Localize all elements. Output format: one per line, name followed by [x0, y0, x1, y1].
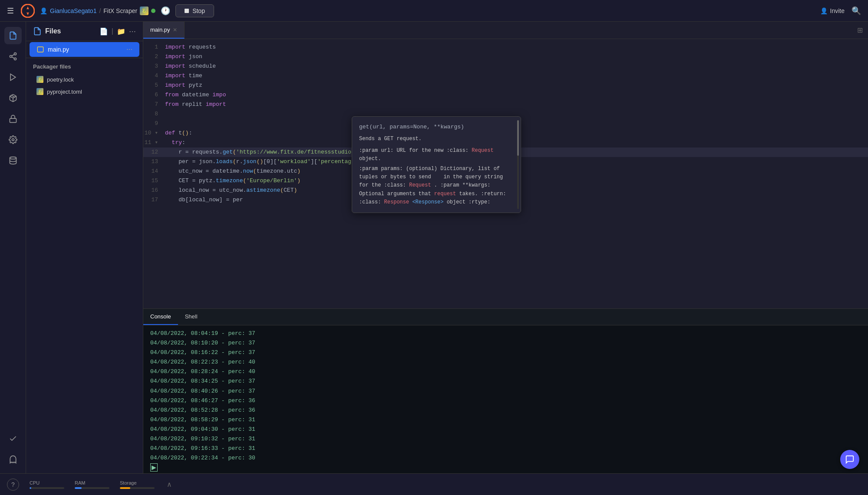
tooltip-body: Sends a GET request. :param url: URL for… [359, 135, 514, 207]
svg-point-3 [10, 56, 12, 58]
ram-resource: RAM [75, 480, 109, 489]
console-tab-shell[interactable]: Shell [178, 309, 205, 325]
sidebar-item-run[interactable] [4, 69, 22, 86]
code-editor[interactable]: 1 import requests 2 import json 3 import… [143, 39, 868, 308]
file-item-main[interactable]: main.py ⋯ [30, 42, 139, 57]
code-line-7: 7 from replit import [143, 100, 868, 109]
code-content-3: import schedule [165, 62, 868, 71]
tooltip-scrollbar[interactable] [517, 120, 519, 209]
tooltip-param-url: :param url: URL for the new :class: Requ… [359, 147, 514, 163]
sidebar-item-database[interactable] [4, 152, 22, 169]
packager-section: Packager files 🐍 poetry.lock 🐍 pyproject… [26, 58, 143, 101]
breadcrumb: 👤 GianlucaSegato1 / FitX Scraper 🐍 [40, 7, 155, 15]
app-logo[interactable] [21, 4, 35, 18]
line-num-4: 4 [143, 71, 165, 81]
topnav-right: 👤 Invite 🔍 [820, 6, 861, 16]
history-button[interactable]: 🕐 [161, 6, 170, 16]
line-num-15: 15 [143, 176, 165, 186]
code-line-3: 3 import schedule [143, 62, 868, 71]
console-line-4: 04/08/2022, 08:22:23 - perc: 40 [150, 357, 861, 367]
console-output: 04/08/2022, 08:04:19 - perc: 37 04/08/20… [143, 325, 868, 462]
storage-fill [120, 487, 130, 489]
sidebar-item-files[interactable] [4, 27, 22, 44]
console-line-2: 04/08/2022, 08:10:20 - perc: 37 [150, 338, 861, 348]
svg-marker-7 [10, 74, 16, 81]
svg-point-4 [14, 58, 16, 60]
tab-close-button[interactable]: ✕ [173, 27, 177, 33]
breadcrumb-user[interactable]: GianlucaSegato1 [50, 7, 96, 14]
invite-button[interactable]: 👤 Invite [820, 7, 845, 14]
bottom-bar: ? CPU RAM Storage ∧ [0, 473, 868, 495]
packager-title: Packager files [33, 63, 136, 70]
sidebar-item-packages[interactable] [4, 89, 22, 107]
cpu-label: CPU [30, 480, 64, 485]
sidebar-item-secrets[interactable] [4, 110, 22, 128]
sidebar-item-settings[interactable] [4, 131, 22, 148]
stop-button[interactable]: Stop [175, 4, 214, 17]
code-content-1: import requests [165, 43, 868, 52]
svg-point-11 [12, 139, 14, 141]
console-line-1: 04/08/2022, 08:04:19 - perc: 37 [150, 329, 861, 338]
line-num-17: 17 [143, 195, 165, 205]
packager-file-toml[interactable]: 🐍 pyproject.toml [33, 85, 136, 98]
new-folder-button[interactable]: 📁 [117, 27, 125, 36]
console-line-5: 04/08/2022, 08:28:24 - perc: 40 [150, 367, 861, 377]
tooltip-scrollbar-thumb [517, 120, 519, 156]
file-panel: Files 📄 | 📁 ⋯ main.py ⋯ Packager files 🐍… [26, 22, 143, 473]
code-content-7: from replit import [165, 100, 868, 109]
file-more-button[interactable]: ⋯ [126, 46, 132, 53]
new-file-button[interactable]: 📄 [99, 27, 108, 36]
editor-tab-main[interactable]: main.py ✕ [143, 22, 185, 39]
file-name-main: main.py [48, 46, 69, 53]
console-cursor-line: ▶ [143, 462, 868, 473]
invite-icon: 👤 [820, 7, 828, 14]
tooltip-param-params: :param params: (optional) Dictionary, li… [359, 165, 514, 207]
console-input[interactable] [159, 464, 229, 471]
tooltip-title: get(url, params=None, **kwargs) [359, 123, 514, 131]
console-line-10: 04/08/2022, 08:58:29 - perc: 31 [150, 415, 861, 425]
storage-label: Storage [120, 480, 155, 485]
help-button[interactable]: ? [7, 479, 19, 491]
files-panel-icon [33, 27, 42, 36]
pkg-icon-lock: 🐍 [36, 76, 43, 83]
breadcrumb-separator: / [99, 7, 101, 14]
code-line-5: 5 import pytz [143, 81, 868, 90]
pkg-icon-toml: 🐍 [36, 88, 43, 95]
line-num-11: 11 ▾ [143, 138, 165, 148]
storage-bar [120, 487, 155, 489]
python-file-icon [36, 46, 44, 53]
console-line-6: 04/08/2022, 08:34:25 - perc: 37 [150, 377, 861, 386]
console-line-8: 04/08/2022, 08:46:27 - perc: 36 [150, 396, 861, 406]
svg-point-1 [26, 9, 30, 13]
sidebar-item-share[interactable] [4, 48, 22, 65]
code-line-2: 2 import json [143, 52, 868, 62]
sidebar-item-check[interactable] [4, 430, 22, 447]
hamburger-button[interactable]: ☰ [7, 6, 14, 16]
console-line-14: 04/08/2022, 09:22:34 - perc: 30 [150, 453, 861, 462]
online-indicator [151, 9, 155, 13]
ram-bar [75, 487, 109, 489]
editor-layout-button[interactable]: ⊞ [857, 26, 868, 34]
svg-point-12 [10, 157, 16, 159]
packager-file-lock[interactable]: 🐍 poetry.lock [33, 73, 136, 85]
code-line-6: 6 from datetime impo [143, 90, 868, 100]
console-tab-console[interactable]: Console [143, 309, 178, 325]
console-area: Console Shell 04/08/2022, 08:04:19 - per… [143, 308, 868, 473]
chat-button[interactable] [840, 450, 859, 469]
line-num-12: 12 [143, 148, 165, 157]
more-button[interactable]: ⋯ [129, 27, 136, 36]
svg-rect-10 [10, 118, 16, 122]
ram-fill [75, 487, 82, 489]
collapse-button[interactable]: ∧ [167, 480, 172, 488]
console-line-9: 04/08/2022, 08:52:28 - perc: 36 [150, 406, 861, 415]
console-line-11: 04/08/2022, 09:04:30 - perc: 31 [150, 425, 861, 434]
cpu-resource: CPU [30, 480, 64, 489]
packager-file-name-toml: pyproject.toml [47, 89, 82, 95]
tooltip-desc: Sends a GET request. [359, 135, 514, 143]
line-num-1: 1 [143, 43, 165, 52]
code-content-6: from datetime impo [165, 90, 868, 100]
ram-label: RAM [75, 480, 109, 485]
sidebar-item-ghost[interactable] [4, 451, 22, 468]
search-button[interactable]: 🔍 [851, 6, 861, 16]
code-line-1: 1 import requests [143, 43, 868, 52]
